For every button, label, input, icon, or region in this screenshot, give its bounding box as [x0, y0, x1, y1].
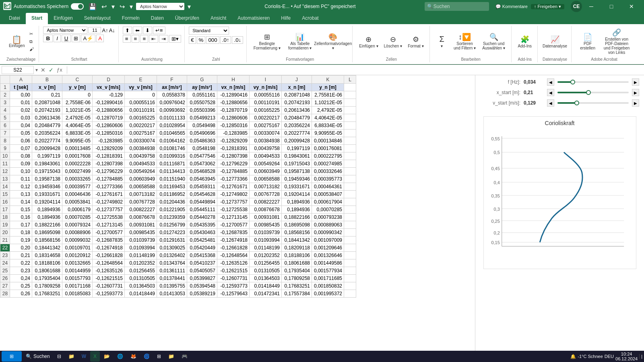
- cell-A28[interactable]: 0,26: [10, 290, 32, 298]
- cell-L18[interactable]: [344, 214, 356, 221]
- cell-K23[interactable]: 0,001326646: [312, 252, 344, 259]
- save-icon[interactable]: 💾: [87, 2, 98, 11]
- cell-C15[interactable]: 0,00046436: [62, 191, 93, 198]
- cell-L11[interactable]: [344, 160, 356, 168]
- cell-F22[interactable]: 0,01309025: [157, 244, 187, 252]
- cell-F11[interactable]: 0,01116871: [157, 160, 187, 168]
- cell-B26[interactable]: 0,17935404: [32, 275, 62, 282]
- cell-E10[interactable]: 0,00439758: [125, 152, 157, 160]
- cell-E28[interactable]: 0,01418449: [125, 290, 157, 298]
- cell-B10[interactable]: 0,1997119: [32, 152, 62, 160]
- font-size-increase-btn[interactable]: A↑: [102, 27, 108, 33]
- row-number-25[interactable]: 25: [0, 267, 10, 275]
- cell-E23[interactable]: 0,01148199: [125, 252, 157, 259]
- cell-C25[interactable]: 0,00144959: [62, 267, 93, 275]
- cell-H17[interactable]: -0,12725538: [217, 206, 250, 214]
- tab-automatisieren[interactable]: Automatisieren: [232, 13, 275, 24]
- cell-A24[interactable]: 0,22: [10, 259, 32, 267]
- row-number-5[interactable]: 5: [0, 114, 10, 122]
- cell-I3[interactable]: 0,00110191: [250, 99, 282, 107]
- cell-E24[interactable]: 0,01202352: [125, 259, 157, 267]
- dataanalysis-btn[interactable]: 📈 Datenanalyse: [542, 33, 568, 50]
- cell-B25[interactable]: 0,18061688: [32, 267, 62, 275]
- cell-I19[interactable]: 0,00985435: [250, 221, 282, 229]
- cell-J4[interactable]: 0,20613436: [282, 107, 312, 114]
- font-dropdown-arrow[interactable]: ▾: [186, 2, 192, 11]
- cell-J19[interactable]: 0,18695098: [282, 221, 312, 229]
- cell-B6[interactable]: 0,20484779: [32, 122, 62, 130]
- cell-C16[interactable]: 0,00053841: [62, 198, 93, 206]
- cell-A3[interactable]: 0,01: [10, 99, 32, 107]
- col-header-B[interactable]: B: [32, 76, 62, 84]
- cell-G22[interactable]: 0,05420449: [187, 244, 217, 252]
- col-header-J[interactable]: J: [282, 76, 312, 84]
- cell-F16[interactable]: 0,01204436: [157, 198, 187, 206]
- cell-G2[interactable]: 0,0551161: [187, 91, 217, 99]
- row-number-9[interactable]: 9: [0, 145, 10, 152]
- cell-B20[interactable]: 0,18695098: [32, 229, 62, 237]
- cell-G16[interactable]: 0,05449894: [187, 198, 217, 206]
- cell-H20[interactable]: -0,12687835: [217, 229, 250, 237]
- cell-L4[interactable]: [344, 107, 356, 114]
- cell-E6[interactable]: 0,00220217: [125, 122, 157, 130]
- row-number-19[interactable]: 19: [0, 221, 10, 229]
- cell-K2[interactable]: 2,75581E-06: [312, 91, 344, 99]
- cell-K1[interactable]: y_n [m]: [312, 84, 344, 91]
- cell-D20[interactable]: -0,12700577: [93, 229, 125, 237]
- cell-J7[interactable]: 0,20227774: [282, 130, 312, 137]
- row-number-6[interactable]: 6: [0, 122, 10, 130]
- thousands-btn[interactable]: 000: [206, 36, 219, 44]
- tab-formeln[interactable]: Formeln: [116, 13, 145, 24]
- cell-I26[interactable]: 0,01364503: [250, 275, 282, 282]
- tab-ueberpruefen[interactable]: Überprüfen: [169, 13, 205, 24]
- cell-B14[interactable]: 0,19459346: [32, 183, 62, 191]
- cell-K4[interactable]: 2,4792E-05: [312, 107, 344, 114]
- cell-B4[interactable]: 0,20742193: [32, 107, 62, 114]
- row-number-15[interactable]: 15: [0, 191, 10, 198]
- cell-B17[interactable]: 0,1894936: [32, 206, 62, 214]
- files-btn[interactable]: 📂: [101, 351, 113, 362]
- col-header-G[interactable]: G: [187, 76, 217, 84]
- cell-A10[interactable]: 0,08: [10, 152, 32, 160]
- cell-C20[interactable]: 0,00088906: [62, 229, 93, 237]
- cell-D14[interactable]: -0,12773366: [93, 183, 125, 191]
- maximize-btn[interactable]: □: [602, 0, 621, 13]
- cell-E8[interactable]: 0,00330074: [125, 137, 157, 145]
- tab-hilfe[interactable]: Hilfe: [275, 13, 296, 24]
- row-number-7[interactable]: 7: [0, 130, 10, 137]
- cell-E9[interactable]: 0,00384938: [125, 145, 157, 152]
- cell-K24[interactable]: 0,001449586: [312, 259, 344, 267]
- vstart-increase-btn[interactable]: ▶: [632, 99, 639, 107]
- start-btn[interactable]: ⊞: [2, 351, 22, 362]
- cell-H23[interactable]: -0,12648564: [217, 252, 250, 259]
- cell-K3[interactable]: 1,10212E-05: [312, 99, 344, 107]
- sum-btn[interactable]: Σ ▾: [434, 33, 450, 50]
- cell-D9[interactable]: -0,12829209: [93, 145, 125, 152]
- cell-A17[interactable]: 0,15: [10, 206, 32, 214]
- redo-arrow[interactable]: ▾: [128, 2, 134, 11]
- cell-D4[interactable]: -0,12880656: [93, 107, 125, 114]
- cell-H15[interactable]: -0,12749802: [217, 191, 250, 198]
- firefox-btn[interactable]: 🦊: [127, 351, 140, 362]
- cell-I23[interactable]: 0,01202352: [250, 252, 282, 259]
- cell-J5[interactable]: 0,20484779: [282, 114, 312, 122]
- tab-einfuegen[interactable]: Einfügen: [48, 13, 78, 24]
- bold-btn[interactable]: B: [43, 35, 53, 42]
- cell-H5[interactable]: -0,12860606: [217, 114, 250, 122]
- cell-F6[interactable]: 0,01028954: [157, 122, 187, 130]
- cell-G28[interactable]: 0,05389219: [187, 290, 217, 298]
- row-number-2[interactable]: 2: [0, 91, 10, 99]
- cell-L8[interactable]: [344, 137, 356, 145]
- decimal-decrease-btn[interactable]: .0↓: [232, 36, 243, 44]
- cell-H14[interactable]: -0,12761671: [217, 183, 250, 191]
- align-right-btn[interactable]: ≡: [140, 35, 148, 43]
- cell-H7[interactable]: -0,1283985: [217, 130, 250, 137]
- cell-B2[interactable]: 0,21: [32, 91, 62, 99]
- cell-D22[interactable]: -0,12674918: [93, 244, 125, 252]
- cell-B24[interactable]: 0,18188106: [32, 259, 62, 267]
- tab-ansicht[interactable]: Ansicht: [205, 13, 232, 24]
- cell-G15[interactable]: 0,05454628: [187, 191, 217, 198]
- cell-I16[interactable]: 0,00822227: [250, 198, 282, 206]
- xstart-increase-btn[interactable]: ▶: [632, 89, 639, 96]
- cell-B21[interactable]: 0,18568156: [32, 237, 62, 244]
